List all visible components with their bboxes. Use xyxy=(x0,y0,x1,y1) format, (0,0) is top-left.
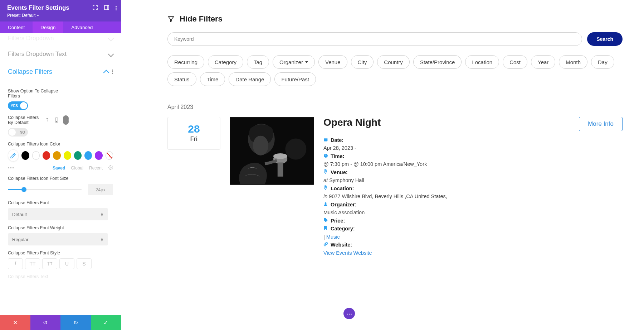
icon-font-size-value[interactable]: 24px xyxy=(88,184,113,195)
label-venue: Venue: xyxy=(331,169,348,175)
category-prefix: | xyxy=(323,234,326,240)
preset-dropdown[interactable]: Preset: Default xyxy=(7,13,114,18)
font-select[interactable]: Default ▲▼ xyxy=(8,208,108,220)
section-filters-dropdown-text[interactable]: Filters Dropdown Text xyxy=(0,46,121,63)
filter-pill-status[interactable]: Status xyxy=(167,72,196,86)
redo-button[interactable]: ↻ xyxy=(60,315,91,330)
filter-pill-organizer[interactable]: Organizer xyxy=(273,55,315,69)
font-weight-select[interactable]: Regular ▲▼ xyxy=(8,233,108,245)
select-value: Regular xyxy=(12,237,29,242)
filter-pill-venue[interactable]: Venue xyxy=(318,55,347,69)
more-info-button[interactable]: More Info xyxy=(579,117,623,131)
swatch-tab-recent[interactable]: Recent xyxy=(89,166,103,171)
svg-point-8 xyxy=(253,136,268,156)
filter-icon xyxy=(167,15,175,23)
filter-pill-day[interactable]: Day xyxy=(591,55,614,69)
month-heading: April 2023 xyxy=(167,104,623,110)
label-time: Time: xyxy=(331,153,344,159)
pin-icon xyxy=(323,185,328,190)
floating-action-button[interactable]: ··· xyxy=(343,308,355,319)
color-swatches xyxy=(8,149,113,162)
expand-icon[interactable] xyxy=(93,5,98,11)
panel-right-icon[interactable] xyxy=(104,5,109,11)
svg-rect-0 xyxy=(104,5,109,10)
filter-pill-future-past[interactable]: Future/Past xyxy=(274,72,316,86)
tab-content[interactable]: Content xyxy=(0,21,33,33)
venue-prefix: at xyxy=(323,177,329,183)
swatch-purple[interactable] xyxy=(95,151,102,160)
filter-pill-tag[interactable]: Tag xyxy=(247,55,269,69)
option-label: Collapse Filters Font xyxy=(8,200,113,205)
date-card: 28 Fri xyxy=(167,117,220,150)
updown-icon: ▲▼ xyxy=(100,238,104,241)
cancel-button[interactable]: ✕ xyxy=(0,315,30,330)
search-button[interactable]: Search xyxy=(587,32,623,46)
more-icon[interactable]: ••• xyxy=(8,166,15,171)
filter-pill-country[interactable]: Country xyxy=(377,55,410,69)
filter-pill-date-range[interactable]: Date Range xyxy=(229,72,271,86)
tab-advanced[interactable]: Advanced xyxy=(63,21,101,33)
kebab-menu-icon[interactable] xyxy=(63,117,69,123)
filter-pill-location[interactable]: Location xyxy=(465,55,499,69)
swatch-orange[interactable] xyxy=(53,151,60,160)
filter-pill-recurring[interactable]: Recurring xyxy=(167,55,204,69)
toggle-collapse-by-default[interactable]: NO xyxy=(8,128,28,137)
tab-design[interactable]: Design xyxy=(33,21,63,33)
swatch-blue[interactable] xyxy=(84,151,92,160)
save-button[interactable]: ✓ xyxy=(91,315,121,330)
location-value: 9077 Wilshire Blvd, Beverly Hills ,CA Un… xyxy=(329,193,447,199)
filter-pill-year[interactable]: Year xyxy=(531,55,555,69)
font-style-buttons: I TT TT U S xyxy=(8,258,113,269)
undo-button[interactable]: ↺ xyxy=(30,315,61,330)
section-label: Collapse Filters xyxy=(8,68,52,76)
hide-filters-toggle[interactable]: Hide Filters xyxy=(167,14,623,24)
event-meta: Date: Apr 28, 2023 - Time: @ 7:30 pm - @… xyxy=(323,136,623,257)
label-location: Location: xyxy=(331,186,354,191)
filter-pill-category[interactable]: Category xyxy=(208,55,243,69)
website-link[interactable]: View Events Website xyxy=(323,250,372,256)
event-image xyxy=(230,117,314,185)
filter-pill-state-province[interactable]: State/Province xyxy=(413,55,462,69)
gear-icon[interactable] xyxy=(108,165,113,171)
smallcaps-button[interactable]: TT xyxy=(42,258,57,269)
italic-button[interactable]: I xyxy=(8,258,23,269)
filter-pill-city[interactable]: City xyxy=(351,55,374,69)
swatch-tab-saved[interactable]: Saved xyxy=(53,166,65,171)
filter-pills: RecurringCategoryTagOrganizerVenueCityCo… xyxy=(167,55,623,86)
eyedropper-button[interactable] xyxy=(8,149,19,162)
updown-icon: ▲▼ xyxy=(100,212,104,216)
category-link[interactable]: Music xyxy=(326,234,340,240)
section-collapse-filters[interactable]: Collapse Filters xyxy=(0,63,121,81)
help-icon[interactable]: ? xyxy=(44,117,50,123)
sidebar-body[interactable]: Filters Dropdown Filters Dropdown Text C… xyxy=(0,33,121,315)
swatch-tab-global[interactable]: Global xyxy=(71,166,83,171)
filter-pill-time[interactable]: Time xyxy=(200,72,225,86)
option-label: Collapse Filters Icon Color xyxy=(8,142,69,147)
bookmark-icon xyxy=(323,226,328,230)
kebab-menu-icon[interactable] xyxy=(116,8,117,9)
swatch-black[interactable] xyxy=(21,151,29,160)
select-value: Default xyxy=(12,212,27,217)
swatch-red[interactable] xyxy=(43,151,50,160)
swatch-tabs: ••• Saved Global Recent xyxy=(8,165,113,171)
swatch-white[interactable] xyxy=(32,151,40,160)
icon-font-size-slider[interactable] xyxy=(8,189,82,190)
option-label-cut: Collapse Filters Text xyxy=(8,274,113,279)
filter-pill-cost[interactable]: Cost xyxy=(503,55,527,69)
swatch-none[interactable] xyxy=(106,151,113,160)
section-label: Filters Dropdown xyxy=(8,35,54,42)
option-label: Collapse Filters Font Style xyxy=(8,250,113,255)
uppercase-button[interactable]: TT xyxy=(25,258,40,269)
swatch-teal[interactable] xyxy=(74,151,82,160)
label-text: Collapse Filters By Default xyxy=(8,115,41,125)
option-label: Collapse Filters Font Weight xyxy=(8,225,113,230)
toggle-show-collapse-option[interactable]: YES xyxy=(8,101,28,110)
responsive-icon[interactable] xyxy=(54,117,59,123)
kebab-menu-icon[interactable] xyxy=(112,71,113,72)
underline-button[interactable]: U xyxy=(59,258,74,269)
filter-pill-month[interactable]: Month xyxy=(559,55,587,69)
swatch-yellow[interactable] xyxy=(64,151,71,160)
section-filters-dropdown[interactable]: Filters Dropdown xyxy=(0,33,121,46)
strikethrough-button[interactable]: S xyxy=(77,258,92,269)
keyword-input[interactable] xyxy=(167,32,582,46)
